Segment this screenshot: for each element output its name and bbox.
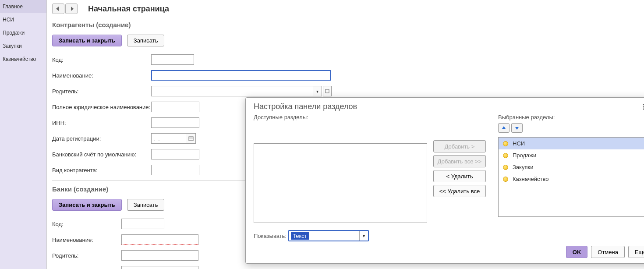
label-inn: ИНН: [52, 120, 151, 126]
section-icon [503, 177, 508, 182]
sidebar-item-nsi[interactable]: НСИ [0, 13, 46, 26]
selected-label: Выбранные разделы: [498, 114, 644, 120]
show-selector[interactable]: Текст ▾ [288, 230, 369, 241]
section-icon [503, 153, 508, 158]
move-up-button[interactable] [498, 123, 510, 133]
label-name: Наименование: [52, 72, 151, 79]
remove-all-button[interactable]: << Удалить все [433, 185, 486, 197]
add-button[interactable]: Добавить > [433, 140, 486, 152]
kind-input[interactable] [151, 165, 199, 175]
label-regdate: Дата регистрации: [52, 135, 151, 142]
add-all-button[interactable]: Добавить все >> [433, 155, 486, 167]
name-input[interactable] [151, 70, 331, 81]
list-item-label: НСИ [513, 140, 525, 147]
move-down-button[interactable] [511, 123, 523, 133]
bank-code-input[interactable] [121, 219, 164, 229]
show-label: Показывать: [254, 233, 287, 239]
nav-back-button[interactable] [52, 4, 64, 14]
list-item[interactable]: Продажи [499, 149, 644, 161]
regdate-input[interactable] [151, 133, 186, 144]
list-item-label: Казначейство [513, 176, 548, 182]
parent-dropdown-button[interactable]: ▾ [313, 86, 322, 96]
available-label: Доступные разделы: [254, 114, 427, 120]
save-close-button[interactable]: Записать и закрыть [52, 35, 122, 46]
parent-open-button[interactable] [323, 86, 332, 96]
label-bank-code: Код: [52, 221, 121, 227]
remove-button[interactable]: < Удалить [433, 170, 486, 182]
fullname-input[interactable] [151, 102, 199, 112]
section-icon [503, 165, 508, 170]
inn-input[interactable] [151, 117, 199, 128]
section-contragents-title: Контрагенты (создание) [52, 21, 639, 28]
sidebar-item-main[interactable]: Главное [0, 0, 46, 13]
code-input[interactable] [151, 54, 194, 65]
list-item[interactable]: Закупки [499, 161, 644, 173]
label-bank-name: Наименование: [52, 237, 121, 243]
parent-input[interactable] [151, 86, 313, 96]
sidebar-item-sales[interactable]: Продажи [0, 26, 46, 39]
list-item-label: Продажи [513, 152, 536, 159]
list-item-label: Закупки [513, 164, 533, 170]
list-item[interactable]: НСИ [499, 138, 644, 149]
label-parent: Родитель: [52, 88, 151, 95]
sidebar-item-treasury[interactable]: Казначейство [0, 53, 46, 66]
bank-corr-input[interactable] [121, 266, 198, 269]
more-button[interactable]: Еще ▾ [628, 246, 644, 258]
available-listbox[interactable] [254, 143, 427, 223]
selected-listbox[interactable]: НСИПродажиЗакупкиКазначейство [498, 137, 644, 217]
save-button[interactable]: Записать [127, 35, 165, 46]
label-fullname: Полное юридическое наименование: [52, 104, 151, 110]
calendar-button[interactable] [186, 133, 196, 144]
section-icon [503, 141, 508, 146]
svg-rect-1 [189, 137, 193, 141]
banks-save-button[interactable]: Записать [127, 199, 165, 211]
bank-name-input[interactable] [121, 234, 198, 245]
sidebar-item-purchases[interactable]: Закупки [0, 39, 46, 53]
bank-input[interactable] [151, 149, 199, 159]
dialog-more-icon[interactable] [639, 103, 644, 111]
show-dropdown-button[interactable]: ▾ [359, 231, 368, 241]
sections-dialog: Настройка панели разделов Доступные разд… [245, 97, 644, 264]
label-bank: Банковский счёт по умолчанию: [52, 151, 151, 158]
main-area: Начальная страница Контрагенты (создание… [47, 0, 644, 269]
show-selector-value: Текст [291, 232, 309, 240]
sidebar: Главное НСИ Продажи Закупки Казначейство [0, 0, 47, 269]
svg-rect-0 [326, 89, 329, 93]
bank-parent-input[interactable] [121, 250, 198, 261]
cancel-button[interactable]: Отмена [591, 246, 625, 258]
label-bank-parent: Родитель: [52, 252, 121, 259]
nav-forward-button[interactable] [65, 4, 78, 14]
label-code: Код: [52, 57, 151, 63]
ok-button[interactable]: OK [566, 246, 588, 258]
banks-save-close-button[interactable]: Записать и закрыть [52, 199, 122, 211]
dialog-title: Настройка панели разделов [254, 102, 636, 111]
page-title: Начальная страница [88, 4, 169, 14]
label-kind: Вид контрагента: [52, 167, 151, 173]
list-item[interactable]: Казначейство [499, 173, 644, 185]
